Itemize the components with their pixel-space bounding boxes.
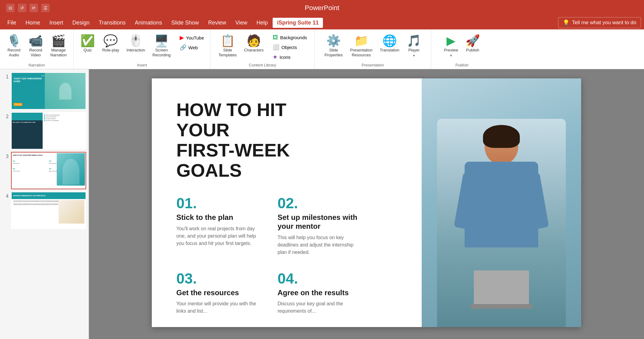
slide-thumbnail-1[interactable]: 1 WELCOME COURSE YOUR 7-DAY ONBOARDING G… bbox=[2, 72, 86, 110]
slide-panel: 1 WELCOME COURSE YOUR 7-DAY ONBOARDING G… bbox=[0, 69, 89, 339]
tell-me-input[interactable]: 💡 Tell me what you want to do bbox=[558, 17, 641, 28]
publish-icon: 🚀 bbox=[466, 35, 480, 47]
microphone-icon: 🎙️ bbox=[7, 35, 21, 47]
menu-insert[interactable]: Insert bbox=[45, 18, 67, 28]
role-play-label: Role-play bbox=[102, 48, 119, 53]
ribbon-group-insert: ✅ Quiz 💬 Role-play 🖱️ Interaction 🖥️ Scr… bbox=[74, 29, 210, 69]
player-button[interactable]: 🎵 Player ▼ bbox=[404, 33, 424, 59]
translation-button[interactable]: 🌐 Translation bbox=[377, 33, 403, 55]
manage-narration-button[interactable]: 🎬 Manage Narration bbox=[47, 33, 70, 59]
goal-title-2: Set up milestones with your mentor bbox=[278, 213, 360, 231]
interaction-icon: 🖱️ bbox=[128, 35, 143, 47]
menu-review[interactable]: Review bbox=[204, 18, 231, 28]
slide-templates-button[interactable]: 📋 Slide Templates bbox=[216, 33, 240, 59]
slide-thumbnail-2[interactable]: 2 WELCOME TO THE MARKETING TEAM Eleanor … bbox=[2, 112, 86, 149]
backgrounds-icon: 🖼 bbox=[273, 34, 278, 41]
slide-canvas[interactable]: HOW TO HIT YOUR FIRST-WEEK GOALS 01. Sti… bbox=[152, 78, 581, 327]
goal-item-3: 03. Get the resources Your mentor will p… bbox=[176, 271, 259, 315]
screen-icon: 🖥️ bbox=[154, 35, 169, 47]
role-play-button[interactable]: 💬 Role-play bbox=[99, 33, 122, 55]
menu-design[interactable]: Design bbox=[68, 18, 94, 28]
translation-label: Translation bbox=[380, 48, 400, 53]
icons-button[interactable]: ★ Icons bbox=[270, 52, 309, 62]
undo-icon[interactable]: ↺ bbox=[18, 4, 26, 12]
slide-properties-button[interactable]: ⚙️ Slide Properties bbox=[321, 33, 346, 59]
slide-templates-icon: 📋 bbox=[220, 35, 235, 47]
slide-image-3: HOW TO HIT YOUR FIRST-WEEK GOALS 01.Stic… bbox=[11, 152, 86, 189]
save-icon[interactable]: ⊟ bbox=[6, 4, 15, 12]
ribbon-group-presentation: ⚙️ Slide Properties 📁 Presentation Resou… bbox=[315, 29, 431, 69]
slide-num-1: 1 bbox=[2, 74, 9, 80]
goal-item-4: 04. Agree on the results Discuss your ke… bbox=[278, 271, 360, 315]
customize-icon[interactable]: ☰ bbox=[41, 4, 50, 12]
menu-view[interactable]: View bbox=[231, 18, 252, 28]
record-audio-label: Record Audio bbox=[8, 48, 21, 57]
menu-home[interactable]: Home bbox=[21, 18, 44, 28]
objects-icon: ⬜ bbox=[273, 44, 279, 51]
objects-button[interactable]: ⬜ Objects bbox=[270, 43, 309, 52]
icons-label: Icons bbox=[279, 55, 290, 60]
goal-item-1: 01. Stick to the plan You'll work on rea… bbox=[176, 196, 259, 256]
slide-num-3: 3 bbox=[2, 154, 9, 159]
menu-animations[interactable]: Animations bbox=[130, 18, 166, 28]
video-icon: 📹 bbox=[29, 35, 43, 47]
manage-narration-label: Manage Narration bbox=[50, 48, 67, 57]
slide-num-2: 2 bbox=[2, 114, 9, 119]
app-title: PowerPoint bbox=[305, 4, 339, 12]
record-video-button[interactable]: 📹 Record Video bbox=[25, 33, 46, 59]
presentation-group-label: Presentation bbox=[315, 63, 431, 67]
record-video-label: Record Video bbox=[29, 48, 42, 57]
goal-desc-1: You'll work on real projects from day on… bbox=[176, 225, 259, 247]
youtube-icon: ▶ bbox=[180, 34, 184, 41]
interaction-label: Interaction bbox=[126, 48, 145, 53]
screen-recording-button[interactable]: 🖥️ Screen Recording bbox=[149, 33, 174, 59]
menu-bar: File Home Insert Design Transitions Anim… bbox=[0, 16, 644, 29]
quiz-icon: ✅ bbox=[80, 35, 95, 47]
web-button[interactable]: 🔗 Web bbox=[177, 43, 206, 52]
backgrounds-button[interactable]: 🖼 Backgrounds bbox=[270, 33, 309, 42]
player-dropdown-icon: ▼ bbox=[412, 54, 416, 57]
redo-icon[interactable]: ⟳ bbox=[29, 4, 38, 12]
menu-help[interactable]: Help bbox=[252, 18, 272, 28]
quiz-label: Quiz bbox=[84, 48, 92, 53]
slide-main-title: HOW TO HIT YOUR FIRST-WEEK GOALS bbox=[176, 100, 336, 181]
youtube-button[interactable]: ▶ YouTube bbox=[177, 33, 206, 42]
preview-label: Preview bbox=[444, 48, 458, 53]
roleplay-icon: 💬 bbox=[103, 35, 118, 47]
goal-num-1: 01. bbox=[176, 196, 259, 211]
goal-desc-2: This will help you focus on key deadline… bbox=[278, 234, 360, 256]
goal-title-1: Stick to the plan bbox=[176, 213, 259, 222]
slide-templates-label: Slide Templates bbox=[219, 48, 237, 57]
youtube-label: YouTube bbox=[186, 35, 204, 40]
characters-button[interactable]: 🧑 Characters bbox=[241, 33, 267, 55]
menu-ispring[interactable]: iSpring Suite 11 bbox=[273, 18, 323, 28]
ribbon-group-narration: 🎙️ Record Audio 📹 Record Video 🎬 Manage … bbox=[0, 29, 74, 69]
main-canvas: HOW TO HIT YOUR FIRST-WEEK GOALS 01. Sti… bbox=[89, 69, 644, 339]
record-audio-button[interactable]: 🎙️ Record Audio bbox=[4, 33, 24, 59]
quiz-button[interactable]: ✅ Quiz bbox=[77, 33, 98, 55]
slide-thumbnail-4[interactable]: 4 HOW WE COMMUNICATE: KEY PRINCIPLES As … bbox=[2, 192, 86, 229]
preview-icon: ▶ bbox=[447, 35, 455, 47]
publish-group-label: Publish bbox=[431, 63, 493, 67]
narration-group-label: Narration bbox=[0, 63, 73, 67]
slide-image-1: WELCOME COURSE YOUR 7-DAY ONBOARDING GUI… bbox=[11, 72, 86, 110]
slide-thumbnail-3[interactable]: 3 HOW TO HIT YOUR FIRST-WEEK GOALS 01.St… bbox=[2, 152, 86, 189]
slide-image-2: WELCOME TO THE MARKETING TEAM Eleanor Sh… bbox=[11, 112, 86, 149]
objects-label: Objects bbox=[281, 45, 297, 50]
goal-title-4: Agree on the results bbox=[278, 288, 360, 297]
slide-properties-label: Slide Properties bbox=[324, 48, 343, 57]
interaction-button[interactable]: 🖱️ Interaction bbox=[123, 33, 148, 55]
menu-file[interactable]: File bbox=[3, 18, 21, 28]
preview-button[interactable]: ▶ Preview ▼ bbox=[441, 33, 461, 59]
menu-transitions[interactable]: Transitions bbox=[94, 18, 130, 28]
translation-icon: 🌐 bbox=[382, 35, 397, 47]
publish-button[interactable]: 🚀 Publish bbox=[462, 33, 483, 55]
characters-label: Characters bbox=[244, 48, 264, 53]
title-bar: ⊟ ↺ ⟳ ☰ PowerPoint bbox=[0, 0, 644, 16]
menu-slideshow[interactable]: Slide Show bbox=[167, 18, 203, 28]
goal-item-2: 02. Set up milestones with your mentor T… bbox=[278, 196, 360, 256]
player-label: Player bbox=[408, 48, 420, 53]
presentation-resources-button[interactable]: 📁 Presentation Resources bbox=[347, 33, 376, 59]
goal-title-3: Get the resources bbox=[176, 288, 259, 297]
goal-num-4: 04. bbox=[278, 271, 360, 286]
